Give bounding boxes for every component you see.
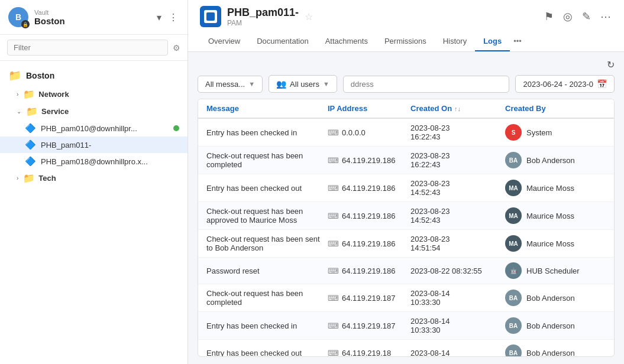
log-user: 🤖 HUB Scheduler [505,262,606,279]
network-label: Network [38,90,69,99]
circle-button[interactable]: ◎ [562,9,574,24]
col-created-on[interactable]: Created On ↑↓ [410,104,505,113]
sidebar-tree: 📁 Boston › 📁 Network ⌄ 📁 Service 🔷 PHB_p… [0,61,187,364]
refresh-button[interactable]: ↻ [607,59,615,70]
tree-root-label: Boston [26,71,54,80]
log-user: BA Bob Anderson [505,317,606,334]
phb010-label: PHB_pam010@downhillpr... [41,124,137,133]
sidebar-item-network[interactable]: › 📁 Network [0,86,187,103]
sidebar-item-tech[interactable]: › 📁 Tech [0,170,187,187]
folder-icon: 📁 [8,69,21,82]
filter-row: All messa... ▼ 👥 All users ▼ 2023-06-24 … [198,75,615,93]
date-range-picker[interactable]: 2023-06-24 - 2023-0 📅 [515,75,615,93]
tab-overview[interactable]: Overview [200,32,248,51]
log-rows: Entry has been checked in ⌨ 0.0.0.0 2023… [198,119,614,356]
user-filter-label: All users [290,80,319,89]
avatar: 🤖 [505,262,522,279]
tab-logs[interactable]: Logs [475,32,510,51]
star-icon[interactable]: ☆ [305,11,313,22]
vault-lock-icon: 🔒 [21,20,30,28]
chevron-right-icon-tech: › [17,175,18,181]
tab-permissions[interactable]: Permissions [376,32,435,51]
sidebar: B 🔒 Vault Boston ▾ ⋮ ⚙ 📁 Boston › 📁 Netw… [0,0,188,364]
tree-root-boston[interactable]: 📁 Boston [0,66,187,86]
sidebar-filter-row: ⚙ [0,35,187,61]
log-user: S System [505,124,606,141]
avatar: MA [505,235,522,252]
vault-label: Vault [34,9,156,16]
message-filter-dropdown[interactable]: All messa... ▼ [198,76,263,93]
header-actions: ⚑ ◎ ✎ ⋯ [543,9,612,24]
log-user: MA Maurice Moss [505,207,606,224]
col-created-by: Created By [505,104,606,113]
tab-documentation[interactable]: Documentation [248,32,316,51]
entry-name: PHB_pam011- [227,6,299,19]
sidebar-item-phb010[interactable]: 🔷 PHB_pam010@downhillpr... [0,120,187,136]
log-date: 2023-08-23 14:52:43 [410,207,505,225]
log-date: 2023-08-14 [410,349,505,357]
network-icon: ⌨ [328,321,339,330]
user-name: HUB Scheduler [526,266,580,275]
sidebar-item-service[interactable]: ⌄ 📁 Service [0,103,187,120]
entry-type: PAM [227,19,299,27]
pam-logo-square [206,12,215,21]
user-filter-dropdown[interactable]: 👥 All users ▼ [269,75,337,93]
entry-title-text: PHB_pam011- PAM [227,6,299,27]
log-ip: ⌨ 64.119.219.186 [328,184,410,193]
refresh-row: ↻ [198,59,615,70]
date-range-label: 2023-06-24 - 2023-0 [523,80,593,89]
sidebar-header: B 🔒 Vault Boston ▾ ⋮ [0,0,187,35]
log-ip: ⌨ 64.119.219.187 [328,321,410,330]
flag-button[interactable]: ⚑ [543,9,555,24]
network-icon: ⌨ [328,266,339,275]
log-date: 2023-08-23 16:22:43 [410,151,505,169]
calendar-icon: 📅 [597,79,607,89]
entry-title-row: PHB_pam011- PAM ☆ ⚑ ◎ ✎ ⋯ [200,6,612,32]
folder-icon-network: 📁 [23,89,35,100]
address-filter-input[interactable] [343,76,510,93]
table-row: Entry has been checked out ⌨ 64.119.219.… [198,340,614,356]
main-content: PHB_pam011- PAM ☆ ⚑ ◎ ✎ ⋯ Overview Docum… [188,0,624,364]
filter-settings-button[interactable]: ⚙ [173,43,180,53]
pam-logo-inner [204,10,217,23]
main-body: ↻ All messa... ▼ 👥 All users ▼ 2023-06-2… [188,52,624,364]
pam-icon-phb011: 🔷 [25,139,36,150]
log-table-header: Message IP Address Created On ↑↓ Created… [198,99,614,119]
avatar: MA [505,180,522,196]
table-row: Check-out request has been sent to Bob A… [198,230,614,258]
more-button[interactable]: ⋯ [599,9,612,24]
table-row: Check-out request has been completed ⌨ 6… [198,284,614,312]
avatar: S [505,124,522,141]
log-date: 2023-08-23 16:22:43 [410,124,505,141]
log-message: Entry has been checked out [206,349,328,357]
col-message: Message [206,104,328,113]
pam-logo [200,6,221,27]
log-message: Check-out request has been completed [206,151,328,169]
network-icon: ⌨ [328,128,339,137]
vault-expand-button[interactable]: ▾ [156,11,163,24]
sidebar-item-phb018[interactable]: 🔷 PHB_pam018@downhillpro.x... [0,153,187,170]
log-user: BA Bob Anderson [505,152,606,168]
chevron-right-icon: › [17,91,18,98]
avatar: MA [505,207,522,224]
vault-name: Boston [34,16,156,26]
filter-input[interactable] [7,40,168,56]
user-name: Maurice Moss [526,212,574,220]
tab-history[interactable]: History [435,32,475,51]
vault-more-button[interactable]: ⋮ [167,11,179,24]
log-date: 2023-08-22 08:32:55 [410,266,505,275]
phb011-label: PHB_pam011- [41,141,91,150]
edit-button[interactable]: ✎ [581,9,592,24]
network-icon: ⌨ [328,156,339,165]
log-user: MA Maurice Moss [505,180,606,196]
user-name: Maurice Moss [526,184,574,193]
chevron-down-icon: ⌄ [17,108,21,115]
tab-more-button[interactable]: ••• [510,32,525,51]
avatar: BA [505,344,522,356]
log-user: BA Bob Anderson [505,344,606,356]
avatar: BA [505,290,522,306]
phb018-label: PHB_pam018@downhillpro.x... [41,157,148,166]
tab-attachments[interactable]: Attachments [317,32,376,51]
sidebar-item-phb011[interactable]: 🔷 PHB_pam011- [0,136,187,153]
log-message: Password reset [206,266,328,275]
